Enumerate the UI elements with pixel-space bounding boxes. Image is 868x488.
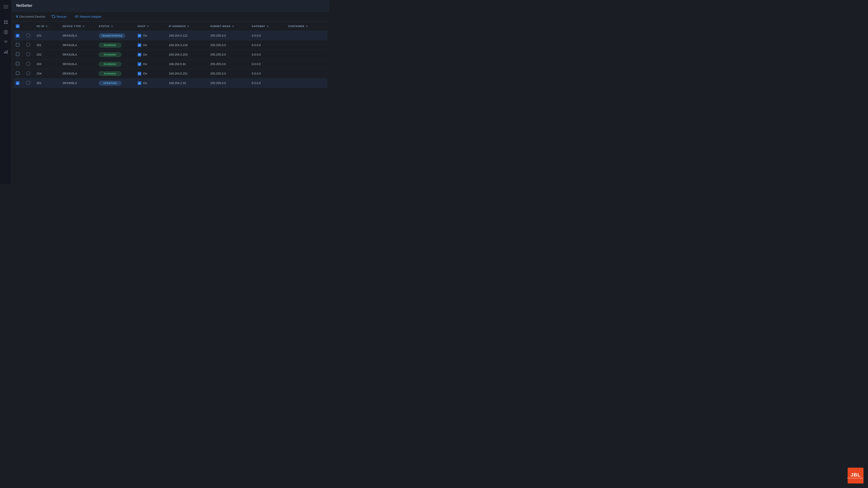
row-dhcp: On	[138, 81, 164, 85]
header-hcid: HC ID ⇅ ↑	[34, 22, 60, 31]
row-gateway: 0.0.0.0	[250, 50, 286, 59]
table-row[interactable]: 204SRX910LARUNNINGOn169.254.5.251255.255…	[13, 69, 327, 78]
header-status: STATUS ⇅	[96, 22, 135, 31]
row-container	[286, 31, 327, 40]
rescan-label: Rescan	[57, 15, 67, 18]
svg-rect-1	[4, 6, 8, 7]
table-row[interactable]: 202SRX910LARUNNINGOn169.254.3.203255.255…	[13, 50, 327, 59]
container-sort-icon[interactable]: ⇅	[306, 25, 308, 28]
row-container	[286, 50, 327, 59]
row-hcid: 101	[34, 31, 60, 40]
svg-rect-2	[4, 8, 8, 8]
sidebar-dashboard-icon[interactable]	[2, 18, 10, 26]
dhcp-checkbox[interactable]	[138, 72, 141, 75]
table-row[interactable]: 201SRX910LARUNNINGOn169.254.3.218255.255…	[13, 40, 327, 50]
header-container: CONTAINER ⇅	[286, 22, 327, 31]
row-subnet-mask: 255.255.0.0	[208, 50, 250, 59]
row-container	[286, 59, 327, 69]
devices-table-wrap: HC ID ⇅ ↑ DEVICE TYPE ⇅ STATUS ⇅	[12, 22, 329, 184]
row-ip-address: 169.254.5.251	[166, 69, 208, 78]
row-subnet-mask: 255.255.0.0	[208, 69, 250, 78]
subnet-sort-icon[interactable]: ⇅	[232, 25, 234, 28]
row-circle-201	[26, 43, 30, 47]
status-badge: RUNNING	[99, 71, 121, 76]
header-checkbox-col	[13, 22, 24, 31]
dhcp-label: On	[143, 53, 147, 56]
row-ip-address: 169.254.3.203	[166, 50, 208, 59]
status-badge: TRANSFERRING	[99, 33, 125, 38]
table-body: 101SRX910LATRANSFERRINGOn169.254.5.12225…	[13, 31, 327, 88]
svg-rect-3	[4, 21, 5, 22]
row-subnet-mask: 255.255.0.0	[208, 59, 250, 69]
row-subnet-mask: 255.255.0.0	[208, 40, 250, 50]
row-container	[286, 40, 327, 50]
dhcp-sort-icon[interactable]: ⇅	[147, 25, 149, 28]
svg-rect-23	[17, 26, 19, 27]
status-sort-icon[interactable]: ⇅	[111, 25, 113, 28]
row-hcid: 203	[34, 59, 60, 69]
row-ip-address: 169.254.5.122	[166, 31, 208, 40]
row-circle-101	[26, 33, 30, 37]
dhcp-checkbox[interactable]	[138, 53, 141, 57]
sidebar-menu-icon[interactable]	[2, 3, 10, 11]
device-type-sort-icon[interactable]: ⇅	[83, 25, 85, 28]
dhcp-checkbox[interactable]	[138, 34, 141, 37]
row-circle-301	[26, 80, 30, 85]
svg-rect-6	[6, 23, 7, 24]
row-checkbox-204[interactable]	[16, 71, 20, 75]
row-gateway: 0.0.0.0	[250, 59, 286, 69]
network-adapter-button[interactable]: Network Adapter	[73, 14, 103, 19]
table-row[interactable]: 203SRX910LARUNNINGOn169.254.5.91255.255.…	[13, 59, 327, 69]
dhcp-checkbox[interactable]	[138, 43, 141, 47]
dhcp-label: On	[143, 62, 147, 66]
row-hcid: 204	[34, 69, 60, 78]
dhcp-label: On	[143, 43, 147, 47]
header-subnet-mask: SUBNET MASK ⇅	[208, 22, 250, 31]
sidebar-network-icon[interactable]	[2, 28, 10, 36]
table-row[interactable]: 101SRX910LATRANSFERRINGOn169.254.5.12225…	[13, 31, 327, 40]
svg-rect-18	[75, 16, 78, 17]
dhcp-label: On	[143, 72, 147, 75]
row-checkbox-202[interactable]	[16, 53, 20, 56]
devices-table: HC ID ⇅ ↑ DEVICE TYPE ⇅ STATUS ⇅	[13, 22, 327, 88]
table-row[interactable]: 301SRX906LAUPDATINGOn169.254.2.32255.255…	[13, 78, 327, 88]
row-checkbox-201[interactable]	[16, 43, 20, 46]
row-device-type: SRX910LA	[60, 40, 96, 50]
row-dhcp: On	[138, 43, 164, 47]
hcid-sort-icon[interactable]: ⇅ ↑	[46, 25, 50, 28]
svg-rect-16	[5, 51, 6, 54]
titlebar: NetSetter	[12, 0, 329, 11]
row-checkbox-101[interactable]	[16, 34, 20, 37]
row-checkbox-301[interactable]	[16, 81, 20, 85]
row-device-type: SRX910LA	[60, 31, 96, 40]
row-ip-address: 169.254.3.218	[166, 40, 208, 50]
header-gateway: GATEWAY ⇅	[250, 22, 286, 31]
dhcp-checkbox[interactable]	[138, 62, 141, 66]
row-dhcp: On	[138, 34, 164, 37]
row-circle-202	[26, 52, 30, 56]
ip-sort-icon[interactable]: ⇅	[187, 25, 189, 28]
sidebar-settings-icon[interactable]	[2, 38, 10, 46]
gateway-sort-icon[interactable]: ⇅	[267, 25, 269, 28]
svg-point-8	[5, 31, 6, 33]
svg-rect-4	[6, 21, 7, 22]
header-device-type: DEVICE TYPE ⇅	[60, 22, 96, 31]
table-header: HC ID ⇅ ↑ DEVICE TYPE ⇅ STATUS ⇅	[13, 22, 327, 31]
rescan-button[interactable]: Rescan	[50, 14, 68, 19]
row-device-type: SRX906LA	[60, 78, 96, 88]
status-badge: UPDATING	[99, 81, 121, 86]
dhcp-checkbox[interactable]	[138, 81, 141, 85]
row-ip-address: 169.254.5.91	[166, 59, 208, 69]
sidebar	[0, 0, 12, 184]
status-badge: RUNNING	[99, 53, 121, 57]
row-circle-203	[26, 62, 30, 66]
row-hcid: 202	[34, 50, 60, 59]
select-all-checkbox[interactable]	[16, 24, 20, 28]
row-hcid: 201	[34, 40, 60, 50]
row-checkbox-203[interactable]	[16, 62, 20, 66]
row-gateway: 0.0.0.0	[250, 40, 286, 50]
discovered-devices-count: 6 Discovered Devices	[16, 15, 45, 18]
row-dhcp: On	[138, 53, 164, 57]
discovered-number: 6	[16, 15, 18, 18]
sidebar-analytics-icon[interactable]	[2, 48, 10, 56]
